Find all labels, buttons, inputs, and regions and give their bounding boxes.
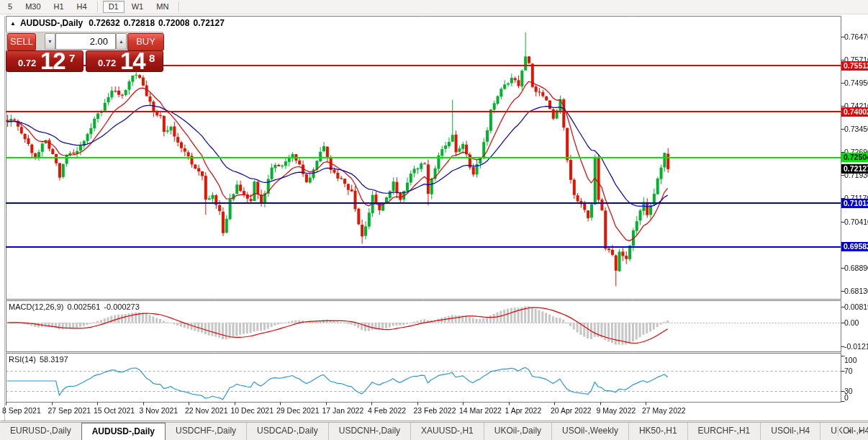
chart-tab-ukoil[interactable]: UKOil-,Daily <box>484 423 551 440</box>
macd-label: MACD(12,26,9)0.002561-0.000273 <box>9 302 140 311</box>
buy-price-box[interactable]: 0.72 14 8 <box>86 50 163 72</box>
tab-scroll-arrows: ◄► <box>836 426 867 437</box>
chart-tab-eurchf[interactable]: EURCHF-,H1 <box>687 423 761 440</box>
sell-button[interactable]: SELL <box>7 33 36 51</box>
tab-scroll-left-button[interactable]: ◄ <box>844 426 855 437</box>
rsi-label: RSI(14)58.3197 <box>9 355 68 364</box>
sell-price-box[interactable]: 0.72 12 7 <box>6 50 83 72</box>
ohlc-high: 0.72818 <box>124 18 155 28</box>
chart-tab-usdcnh[interactable]: USDCNH-,Daily <box>328 423 410 440</box>
buy-price-pips: 14 <box>120 48 145 75</box>
chart-tab-bar: EURUSD-,DailyAUDUSD-,DailyUSDCHF-,DailyU… <box>0 422 868 440</box>
buy-price-prefix: 0.72 <box>98 58 116 68</box>
chart-tab-xauusd[interactable]: XAUUSD-,H1 <box>410 423 484 440</box>
chart-tab-audusd[interactable]: AUDUSD-,Daily <box>81 423 166 440</box>
ohlc-low: 0.72008 <box>158 18 189 28</box>
chart-title: ▲AUDUSD-,Daily0.726320.728180.720080.721… <box>10 18 228 28</box>
one-click-trading-panel: SELL ▼ ▲ BUY 0.72 12 7 0.72 14 8 <box>6 32 163 72</box>
chart-tab-usoil[interactable]: USOil-,Weekly <box>551 423 628 440</box>
chart-tab-usoil[interactable]: USOil-,H4 <box>760 423 820 440</box>
sell-price-prefix: 0.72 <box>18 58 36 68</box>
chart-tab-hk50[interactable]: HK50-,H1 <box>628 423 687 440</box>
rsi-value: 58.3197 <box>40 355 68 364</box>
macd-name: MACD(12,26,9) <box>9 302 63 311</box>
macd-main-value: 0.002561 <box>67 302 100 311</box>
chart-tab-usdcad[interactable]: USDCAD-,Daily <box>246 423 328 440</box>
collapse-triangle-icon[interactable]: ▲ <box>10 20 16 27</box>
buy-price-pipette: 8 <box>149 52 155 64</box>
ohlc-close: 0.72127 <box>193 18 224 28</box>
chart-symbol-label: AUDUSD-,Daily <box>20 18 83 28</box>
macd-signal-value: -0.000273 <box>104 302 140 311</box>
tab-arrows-separator <box>838 426 839 436</box>
sell-price-pips: 12 <box>40 48 65 75</box>
chart-tab-eurusd[interactable]: EURUSD-,Daily <box>0 423 81 440</box>
sell-price-pipette: 7 <box>69 52 75 64</box>
chart-tab-usdchf[interactable]: USDCHF-,Daily <box>166 423 246 440</box>
tab-scroll-right-button[interactable]: ► <box>855 426 867 437</box>
ohlc-open: 0.72632 <box>89 18 119 28</box>
rsi-name: RSI(14) <box>9 355 36 364</box>
